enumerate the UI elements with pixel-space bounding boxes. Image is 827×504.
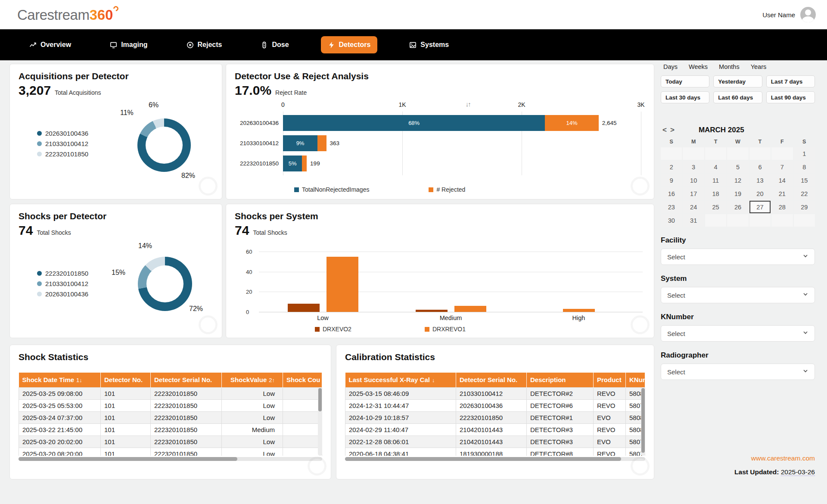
column-header[interactable]: Shock Date Time1↓ <box>19 373 101 387</box>
shock-statistics-table: Shock Date Time1↓Detector No.Detector Se… <box>19 373 322 456</box>
column-header[interactable]: Detector Serial No. <box>151 373 222 387</box>
nav-item-rejects[interactable]: Rejects <box>180 36 229 53</box>
calendar-day-1[interactable]: 1 <box>794 147 815 160</box>
table-row: 2025-03-25 09:08:00101222320101850Low <box>19 387 322 399</box>
calendar-day-7[interactable]: 7 <box>771 161 793 173</box>
table-cell: 210420101443 <box>456 436 527 448</box>
bar-category-label: 222320101850 <box>232 160 279 167</box>
column-header-label: Description <box>530 376 566 383</box>
calendar-day-21[interactable]: 21 <box>771 187 793 200</box>
calendar-next-icon[interactable]: > <box>668 126 676 134</box>
last-updated-date: 2025-03-26 <box>781 468 815 476</box>
horizontal-scrollbar[interactable] <box>345 457 645 461</box>
facility-select[interactable]: Select <box>661 249 815 265</box>
calendar-day-16[interactable]: 16 <box>661 187 682 200</box>
calendar-day-8[interactable]: 8 <box>794 161 815 173</box>
column-header[interactable]: Detector Serial No. <box>456 373 527 387</box>
calendar-day-23[interactable]: 23 <box>661 201 682 213</box>
horizontal-scrollbar[interactable] <box>19 457 322 461</box>
calendar-day-3[interactable]: 3 <box>683 161 704 173</box>
quick-range-last-7-days[interactable]: Last 7 days <box>766 75 815 87</box>
calendar-day-25[interactable]: 25 <box>705 201 726 213</box>
system-select[interactable]: Select <box>661 287 815 303</box>
column-header[interactable]: Detector No. <box>101 373 151 387</box>
calendar-empty-cell <box>727 147 748 160</box>
vertical-scrollbar[interactable] <box>641 387 645 456</box>
dose-icon <box>261 41 268 49</box>
quick-range-last-90-days[interactable]: Last 90 days <box>766 91 815 103</box>
column-header[interactable]: Description <box>527 373 594 387</box>
scrollbar-thumb[interactable] <box>19 457 237 461</box>
quick-range-yesterday[interactable]: Yesterday <box>713 75 762 87</box>
carestream-link[interactable]: www.carestream.com <box>751 454 815 462</box>
column-header[interactable]: Last Successful X-Ray Cal↓ <box>345 373 456 387</box>
period-tab-weeks[interactable]: Weeks <box>689 63 708 70</box>
legend-dot-icon <box>37 292 42 296</box>
calendar-day-15[interactable]: 15 <box>794 174 815 187</box>
bar-group <box>259 252 387 312</box>
calendar-day-14[interactable]: 14 <box>771 174 793 187</box>
table-cell: REVO <box>594 399 626 411</box>
calendar-day-20[interactable]: 20 <box>749 187 771 200</box>
calendar-day-29[interactable]: 29 <box>794 201 815 213</box>
user-avatar[interactable] <box>800 7 816 22</box>
calendar-prev-icon[interactable]: < <box>661 126 668 134</box>
nav-item-overview[interactable]: Overview <box>22 36 78 53</box>
calendar-day-28[interactable]: 28 <box>771 201 793 213</box>
quick-range-today[interactable]: Today <box>661 75 709 87</box>
systems-icon <box>409 41 417 49</box>
nav-item-detectors[interactable]: Detectors <box>321 36 378 53</box>
sort-icon[interactable]: ↓↑ <box>466 100 470 108</box>
period-tab-years[interactable]: Years <box>751 63 767 70</box>
calendar-day-12[interactable]: 12 <box>727 174 748 187</box>
calendar-day-26[interactable]: 26 <box>727 201 748 213</box>
vertical-scrollbar[interactable] <box>318 387 322 456</box>
calendar-day-24[interactable]: 24 <box>683 201 704 213</box>
radiographer-select[interactable]: Select <box>661 364 815 380</box>
calendar-weekday-row: SMTWTFS <box>661 139 815 145</box>
scrollbar-thumb[interactable] <box>345 457 621 461</box>
rejected-bar-segment <box>302 156 307 171</box>
nav-item-systems[interactable]: Systems <box>402 36 456 53</box>
calendar-day-13[interactable]: 13 <box>749 174 771 187</box>
calendar-day-6[interactable]: 6 <box>749 161 771 173</box>
calendar-day-9[interactable]: 9 <box>661 174 682 187</box>
nav-item-dose[interactable]: Dose <box>254 36 295 53</box>
shocks-donut-chart <box>138 257 192 311</box>
scrollbar-thumb[interactable] <box>641 388 645 453</box>
calendar-day-22[interactable]: 22 <box>794 187 815 200</box>
calendar-day-30[interactable]: 30 <box>661 214 682 227</box>
period-tab-months[interactable]: Months <box>719 63 740 70</box>
column-header[interactable]: KNum <box>626 373 645 387</box>
calendar-day-19[interactable]: 19 <box>727 187 748 200</box>
calendar-day-10[interactable]: 10 <box>683 174 704 187</box>
calendar-day-18[interactable]: 18 <box>705 187 726 200</box>
scrollbar-thumb[interactable] <box>318 388 322 411</box>
legend-item: 210330100412 <box>37 280 88 287</box>
calendar-day-5[interactable]: 5 <box>727 161 748 173</box>
knumber-select[interactable]: Select <box>661 325 815 342</box>
calendar-day-4[interactable]: 4 <box>705 161 726 173</box>
legend-dot-icon <box>37 131 42 136</box>
legend-item: 222320101850 <box>37 150 88 158</box>
filter-system: SystemSelect <box>661 274 815 303</box>
column-header[interactable]: ShockValue2↑ <box>222 373 283 387</box>
legend-label: 210330100412 <box>45 140 88 147</box>
table-row: 2025-03-24 07:37:00101222320101850Low <box>19 411 322 423</box>
calendar-day-11[interactable]: 11 <box>705 174 726 187</box>
table-cell: 2020-06-18 04:38:41 <box>345 448 456 456</box>
calendar-day-31[interactable]: 31 <box>683 214 704 227</box>
calendar-day-17[interactable]: 17 <box>683 187 704 200</box>
nav-item-imaging[interactable]: Imaging <box>103 36 154 53</box>
column-header[interactable]: Product <box>594 373 626 387</box>
calendar-empty-cell <box>705 214 726 227</box>
card-detector-use-reject-analysis: Detector Use & Reject Analysis 17.0% Rej… <box>226 64 654 199</box>
calendar-day-2[interactable]: 2 <box>661 161 682 173</box>
calendar-day-27[interactable]: 27 <box>749 201 771 213</box>
table-cell: 222320101850 <box>151 448 222 456</box>
period-tab-days[interactable]: Days <box>663 63 678 70</box>
quick-range-last-30-days[interactable]: Last 30 days <box>661 91 709 103</box>
column-header[interactable]: Shock Cou <box>283 373 322 387</box>
table-cell: Low <box>222 399 283 411</box>
quick-range-last-60-days[interactable]: Last 60 days <box>713 91 762 103</box>
